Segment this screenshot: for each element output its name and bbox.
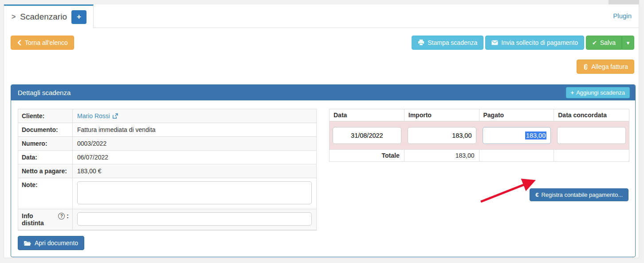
back-label: Torna all'elenco: [25, 39, 68, 46]
attach-invoice-button[interactable]: Allega fattura: [577, 60, 635, 74]
totale-label: Totale: [330, 150, 404, 161]
euro-icon: €: [535, 191, 538, 198]
schedule-total-row: Totale 183,00: [329, 149, 629, 162]
registra-label: Registra contabile pagamento...: [541, 191, 623, 198]
deadline-details-panel: Dettagli scadenza + Aggiungi scadenza Cl…: [11, 84, 636, 257]
table-row-info-distinta: Info distinta ? :: [18, 209, 316, 230]
netto-label: Netto a pagare:: [18, 164, 72, 178]
documento-value: Fattura immediata di vendita: [72, 123, 316, 136]
cliente-value: Mario Rossi: [72, 109, 316, 123]
send-payment-reminder-button[interactable]: Invia sollecito di pagamento: [485, 36, 584, 50]
chevron-left-icon: [17, 40, 22, 46]
header-pagato: Pagato: [479, 109, 554, 121]
printer-icon: [418, 40, 424, 46]
add-deadline-button[interactable]: + Aggiungi scadenza: [566, 87, 630, 98]
panel-body: Cliente: Mario Rossi Document: [11, 100, 635, 257]
cliente-link[interactable]: Mario Rossi: [77, 112, 118, 120]
numero-value: 0003/2022: [72, 137, 316, 150]
table-row-cliente: Cliente: Mario Rossi: [18, 109, 316, 123]
table-row-data: Data: 06/07/2022: [18, 151, 316, 164]
numero-label: Numero:: [18, 137, 72, 150]
totale-concordata-empty: [554, 150, 629, 161]
documento-label: Documento:: [18, 123, 72, 136]
schedule-input-row: 183,00: [329, 121, 629, 149]
tab-scadenzario[interactable]: > Scadenzario +: [4, 4, 94, 28]
info-distinta-input[interactable]: [77, 212, 312, 226]
header-importo: Importo: [404, 109, 479, 121]
save-dropdown-button[interactable]: ▾: [622, 36, 634, 50]
print-label: Stampa scadenza: [428, 39, 477, 46]
table-row-note: Note:: [18, 178, 316, 209]
data-value: 06/07/2022: [72, 151, 316, 164]
info-distinta-text: Info distinta: [22, 212, 56, 227]
plugin-link[interactable]: Plugin: [613, 12, 632, 20]
document-details-table: Cliente: Mario Rossi Document: [18, 109, 317, 231]
apri-documento-button[interactable]: Apri documento: [18, 236, 84, 250]
apri-label: Apri documento: [35, 239, 78, 247]
pagato-input[interactable]: 183,00: [483, 127, 551, 144]
add-deadline-label: Aggiungi scadenza: [576, 89, 625, 96]
check-icon: ✔: [592, 40, 597, 46]
paperclip-icon: [583, 64, 589, 70]
panel-header: Dettagli scadenza + Aggiungi scadenza: [11, 85, 635, 100]
back-to-list-button[interactable]: Torna all'elenco: [11, 36, 74, 50]
header-data: Data: [330, 109, 404, 121]
pagato-selected-text: 183,00: [525, 132, 546, 139]
netto-value: 183,00 €: [72, 164, 316, 178]
tabbar-divider: [94, 28, 639, 28]
importo-input[interactable]: [408, 127, 476, 144]
table-row-documento: Documento: Fattura immediata di vendita: [18, 123, 316, 137]
payment-schedule-table: Data Importo Pagato Data concordata 183,…: [329, 109, 629, 162]
page-container: > Scadenzario + Plugin Torna all'elenco …: [4, 4, 639, 258]
registra-contabile-pagamento-button[interactable]: € Registra contabile pagamento...: [530, 188, 628, 201]
reminder-label: Invia sollecito di pagamento: [501, 39, 578, 46]
attach-label: Allega fattura: [592, 63, 628, 70]
scadenza-data-input[interactable]: [333, 127, 401, 144]
chevron-right-icon: >: [12, 13, 16, 21]
page-title: Scadenzario: [20, 12, 67, 22]
note-textarea[interactable]: [77, 181, 312, 204]
save-split-button: ✔ Salva ▾: [586, 36, 634, 50]
panel-title: Dettagli scadenza: [18, 89, 71, 96]
data-concordata-input[interactable]: [557, 127, 626, 144]
table-row-numero: Numero: 0003/2022: [18, 137, 316, 151]
print-deadline-button[interactable]: Stampa scadenza: [412, 36, 483, 50]
help-icon: ?: [58, 213, 65, 219]
header-data-concordata: Data concordata: [554, 109, 629, 121]
save-button[interactable]: ✔ Salva: [586, 36, 622, 50]
caret-down-icon: ▾: [627, 40, 630, 46]
cliente-label: Cliente:: [18, 109, 72, 123]
external-link-icon: [112, 113, 118, 119]
totale-pagato-empty: [479, 150, 554, 161]
data-label: Data:: [18, 151, 72, 164]
info-distinta-label: Info distinta ? :: [18, 209, 72, 230]
plus-icon: +: [571, 89, 574, 96]
totale-importo: 183,00: [404, 150, 479, 161]
note-label: Note:: [18, 178, 72, 209]
info-distinta-colon: :: [67, 212, 69, 219]
envelope-icon: [491, 40, 498, 45]
table-row-netto: Netto a pagare: 183,00 €: [18, 164, 316, 178]
folder-open-icon: [24, 240, 31, 246]
cliente-name: Mario Rossi: [77, 112, 110, 120]
save-label: Salva: [600, 39, 616, 46]
add-tab-button[interactable]: +: [71, 10, 86, 24]
schedule-header-row: Data Importo Pagato Data concordata: [329, 109, 629, 121]
